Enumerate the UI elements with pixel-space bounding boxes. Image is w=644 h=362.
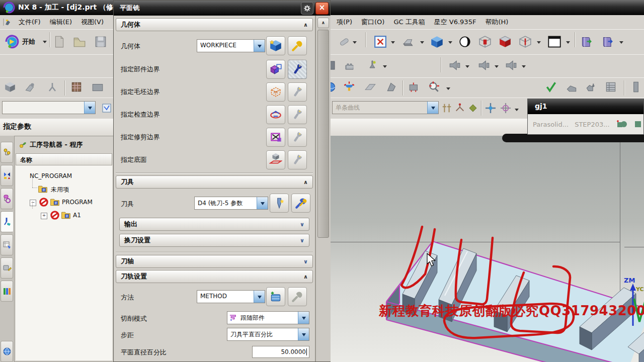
section-dropdown-icon[interactable]: [536, 34, 541, 50]
new-file-icon[interactable]: [51, 34, 67, 50]
branch-path-icon[interactable]: [454, 100, 466, 116]
geometry-combo-arrow-icon[interactable]: [254, 40, 265, 52]
selection-filter-combo[interactable]: [2, 101, 96, 114]
subsection-output[interactable]: 输出 ∨: [119, 218, 309, 231]
edit-tool-button[interactable]: [291, 194, 310, 213]
create-operation-icon[interactable]: [364, 57, 380, 73]
section-path-settings[interactable]: 刀轨设置 ∧: [116, 270, 313, 283]
wedge-tool-icon[interactable]: [383, 79, 399, 95]
layout-dropdown-icon[interactable]: [566, 34, 571, 50]
menu-help[interactable]: 帮助(H): [480, 18, 513, 27]
tool-combo-arrow-icon[interactable]: [257, 197, 268, 209]
edit-geometry-button[interactable]: [288, 36, 307, 55]
selection-filter-arrow-icon[interactable]: [84, 102, 95, 114]
show-hide-dropdown-icon[interactable]: [390, 34, 395, 50]
stepover-combo[interactable]: 刀具平直百分比: [227, 328, 309, 341]
machine-sim-icon[interactable]: [628, 79, 644, 95]
menu-window[interactable]: 窗口(O): [357, 18, 389, 27]
tab-reuse-library[interactable]: [1, 257, 13, 279]
gj1-item-parasolid[interactable]: Parasolid...: [533, 121, 569, 128]
tool-holder-1-icon[interactable]: [447, 57, 463, 73]
save-icon[interactable]: [93, 34, 109, 50]
window-layout-icon[interactable]: [546, 34, 562, 50]
menu-gc-toolbox[interactable]: GC 工具箱: [389, 18, 429, 27]
menu-edit[interactable]: 编辑(E): [45, 18, 76, 27]
verify-zoom-icon[interactable]: [426, 79, 442, 95]
holder2-dropdown-icon[interactable]: [494, 58, 499, 74]
dialog-scrollbar[interactable]: ∧: [315, 16, 331, 361]
select-trim-boundary-button[interactable]: [266, 128, 285, 147]
tab-machining-method-view[interactable]: [1, 211, 13, 232]
new-method-button[interactable]: [266, 287, 285, 306]
floor-flashlight-button[interactable]: [288, 150, 307, 169]
tree-row-program[interactable]: − PROGRAM: [16, 196, 112, 209]
machine-setup-icon[interactable]: [90, 79, 106, 95]
graphics-viewport[interactable]: ZM YC 新程教育科技原创翻版必究QQ3179432009: [331, 136, 644, 362]
navigator-column-name[interactable]: 名称: [16, 153, 112, 165]
edit-method-button[interactable]: [288, 287, 307, 306]
holder3-dropdown-icon[interactable]: [521, 58, 526, 74]
new-tool-button[interactable]: [270, 194, 289, 213]
dialog-close-button[interactable]: ×: [315, 2, 329, 15]
tab-machine-tool-view[interactable]: [1, 165, 13, 186]
snap-point-icon[interactable]: [484, 100, 497, 116]
curve-rule-arrow-icon[interactable]: [427, 102, 438, 114]
tool-combo[interactable]: D4 (铣刀-5 参数: [194, 197, 268, 210]
cut-pattern-combo[interactable]: 跟随部件: [227, 311, 309, 324]
start-button[interactable]: 开始: [22, 37, 35, 46]
gj1-export-icon[interactable]: [616, 118, 628, 130]
new-geometry-button[interactable]: [266, 36, 285, 55]
tab-history[interactable]: [1, 281, 13, 302]
method-combo-arrow-icon[interactable]: [254, 291, 265, 303]
trim-boundary-flashlight-button[interactable]: [288, 128, 307, 147]
method-combo[interactable]: METHOD: [197, 290, 265, 303]
section-view-icon[interactable]: [477, 34, 493, 50]
sheet-tool-icon[interactable]: [362, 79, 378, 95]
collapse-expander-icon[interactable]: −: [30, 200, 36, 206]
geometry-combo[interactable]: WORKPIECE: [197, 39, 265, 52]
gj1-title-bar[interactable]: gj1: [528, 99, 643, 114]
gj1-item-step[interactable]: STEP203...: [575, 121, 609, 128]
dialog-settings-button[interactable]: [301, 2, 313, 15]
stepover-arrow-icon[interactable]: [298, 328, 309, 340]
percent-diameter-input[interactable]: 50.0000: [252, 346, 309, 358]
shaded-view-icon[interactable]: [429, 34, 445, 50]
render-style-icon[interactable]: [457, 34, 473, 50]
verify-toolpath-icon[interactable]: [584, 79, 600, 95]
select-part-boundary-button[interactable]: [266, 60, 285, 79]
scroll-up-button[interactable]: ∧: [317, 18, 329, 28]
tool-holder-3-icon[interactable]: [503, 57, 519, 73]
create-geometry-icon[interactable]: [342, 57, 358, 73]
show-hide-icon[interactable]: [372, 34, 388, 50]
menu-view[interactable]: 视图(V): [76, 18, 108, 27]
clip-section-icon[interactable]: [497, 34, 513, 50]
list-toolpath-icon[interactable]: [603, 79, 619, 95]
open-file-icon[interactable]: [71, 34, 88, 50]
menu-xingkong[interactable]: 星空 V6.935F: [430, 18, 481, 27]
shaded-dropdown-icon[interactable]: [448, 34, 453, 50]
tree-row-a1[interactable]: + A1: [16, 209, 112, 222]
intersect-stop-icon[interactable]: [441, 100, 453, 116]
select-floor-button[interactable]: [266, 150, 285, 169]
wcs-orient-icon[interactable]: [341, 79, 357, 95]
probe-tool-icon[interactable]: [44, 79, 60, 95]
snap-dropdown-icon[interactable]: [514, 102, 519, 118]
gj1-import-icon[interactable]: [634, 118, 642, 130]
check-boundary-flashlight-button[interactable]: [288, 105, 307, 124]
import-part-icon[interactable]: [600, 34, 616, 50]
sketch-tool-icon[interactable]: [336, 34, 352, 50]
menu-preferences[interactable]: 项(P): [332, 18, 357, 27]
create-op-dropdown-icon[interactable]: [382, 58, 387, 74]
select-check-boundary-button[interactable]: [266, 105, 285, 124]
tab-web-browser[interactable]: [1, 341, 13, 362]
simulate-machine-icon[interactable]: [407, 79, 423, 95]
curve-rule-combo[interactable]: 单条曲线: [332, 101, 439, 114]
section-tool[interactable]: 刀具 ∧: [116, 175, 313, 189]
export-part-icon[interactable]: [579, 34, 595, 50]
block-feature-icon[interactable]: [2, 79, 18, 95]
edit-section-icon[interactable]: [517, 34, 533, 50]
select-blank-boundary-button[interactable]: [266, 82, 285, 102]
dialog-title-bar[interactable]: 平面铣 ×: [114, 1, 330, 16]
scroll-thumb[interactable]: [317, 30, 329, 238]
verify-dropdown-icon[interactable]: [446, 80, 451, 97]
